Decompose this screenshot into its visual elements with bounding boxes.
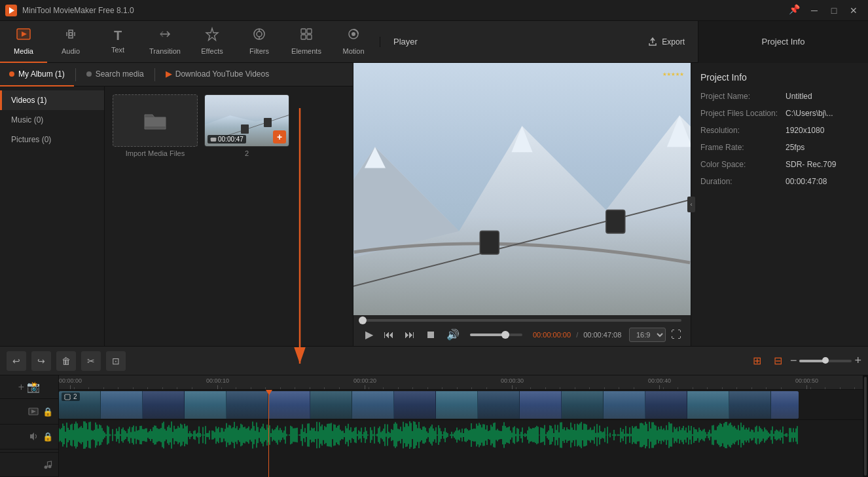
video-track-label: 🔒 bbox=[0, 399, 58, 424]
clip-thumbnail-13 bbox=[604, 391, 645, 419]
add-to-timeline-button[interactable]: + bbox=[273, 130, 286, 143]
toolbar-effects[interactable]: Effects bbox=[189, 21, 236, 63]
add-snapshot-icon[interactable]: 📸 bbox=[27, 381, 40, 393]
music-track-icon bbox=[43, 459, 53, 470]
zoom-in-button[interactable]: + bbox=[854, 354, 861, 368]
player-buttons: ▶ ⏮ ⏭ ⏹ 🔊 00:00:00:00 / 00:00:47:08 16:9… bbox=[363, 327, 681, 342]
toolbar-transition[interactable]: Transition bbox=[141, 21, 189, 63]
toolbar-filters[interactable]: Filters bbox=[236, 21, 283, 63]
volume-button[interactable]: 🔊 bbox=[444, 327, 462, 342]
skip-back-button[interactable]: ⏮ bbox=[381, 328, 397, 342]
collapse-panel-button[interactable]: ‹ bbox=[687, 197, 695, 212]
minimize-button[interactable]: ─ bbox=[805, 1, 823, 20]
undo-button[interactable]: ↩ bbox=[7, 351, 26, 371]
toolbar-elements[interactable]: Elements bbox=[283, 21, 330, 63]
ruler-minor-tick bbox=[781, 387, 782, 389]
stop-button[interactable]: ⏹ bbox=[423, 328, 439, 342]
timeline-ruler: 00:00:00 00:00:10 00:00:20 00:00:30 00:0… bbox=[59, 375, 863, 390]
track-labels: + 📸 🔒 🔒 bbox=[0, 375, 59, 477]
ruler-minor-tick bbox=[251, 387, 251, 389]
import-media-item[interactable]: Import Media Files bbox=[113, 94, 198, 157]
audio-track-icon bbox=[28, 431, 39, 442]
svg-point-5 bbox=[69, 33, 73, 36]
clip-thumbnail-7 bbox=[352, 391, 394, 419]
export-button[interactable]: Export bbox=[647, 37, 685, 47]
media-nav: My Album (1) Search media ▶ Download You… bbox=[0, 63, 353, 86]
toolbar-audio[interactable]: Audio bbox=[47, 21, 94, 63]
elements-icon bbox=[299, 27, 314, 45]
ruler-minor-tick bbox=[369, 387, 369, 389]
effects-label: Effects bbox=[201, 47, 223, 55]
sidebar-pictures[interactable]: Pictures (0) bbox=[0, 130, 104, 149]
timeline-content: + 📸 🔒 🔒 00:00:00 bbox=[0, 375, 868, 477]
add-track-icon[interactable]: + bbox=[18, 381, 24, 393]
ruler-minor-tick bbox=[486, 387, 487, 389]
video-media-item[interactable]: 00:00:47 + 2 bbox=[204, 94, 289, 157]
svg-rect-21 bbox=[210, 138, 211, 139]
aspect-ratio-select[interactable]: 16:9 4:3 1:1 9:16 bbox=[629, 328, 666, 342]
cut-button[interactable]: ✂ bbox=[81, 351, 101, 371]
audio-lock-icon[interactable]: 🔒 bbox=[43, 432, 53, 442]
ruler-minor-tick bbox=[398, 387, 399, 389]
video-label: 2 bbox=[245, 149, 249, 157]
pin-icon[interactable]: 📌 bbox=[785, 1, 804, 20]
ruler-minor-tick bbox=[545, 387, 546, 389]
zoom-slider[interactable] bbox=[799, 360, 852, 362]
ruler-minor-tick bbox=[295, 387, 295, 389]
app-logo bbox=[5, 5, 17, 16]
ruler-minor-tick bbox=[74, 387, 75, 389]
ruler-minor-tick bbox=[383, 387, 384, 389]
app-title: MiniTool MovieMaker Free 8.1.0 bbox=[22, 6, 785, 15]
timeline-tracks[interactable]: 00:00:00 00:00:10 00:00:20 00:00:30 00:0… bbox=[59, 375, 863, 477]
video-clip[interactable]: 2 document.addEventListener('DOMContentL… bbox=[59, 391, 799, 419]
toolbar-motion[interactable]: Motion bbox=[330, 21, 377, 63]
sidebar-videos[interactable]: Videos (1) bbox=[0, 90, 104, 110]
progress-bar[interactable] bbox=[363, 319, 681, 322]
colorspace-row: Color Space: SDR- Rec.709 bbox=[700, 160, 859, 169]
svg-rect-42 bbox=[64, 395, 65, 396]
delete-button[interactable]: 🗑 bbox=[56, 351, 76, 371]
ruler-minor-tick bbox=[280, 387, 281, 389]
fullscreen-button[interactable]: ⛶ bbox=[671, 329, 681, 341]
fit-button[interactable]: ⊟ bbox=[769, 352, 787, 370]
lock-icon[interactable]: 🔒 bbox=[43, 407, 53, 417]
close-button[interactable]: ✕ bbox=[844, 1, 863, 20]
ruler-minor-tick bbox=[236, 387, 236, 389]
elements-label: Elements bbox=[291, 47, 321, 55]
timeline-zoom: ⊞ ⊟ − + bbox=[748, 352, 861, 370]
ruler-minor-tick bbox=[427, 387, 428, 389]
redo-button[interactable]: ↪ bbox=[31, 351, 51, 371]
crop-button[interactable]: ⊡ bbox=[106, 351, 126, 371]
progress-indicator bbox=[359, 316, 367, 324]
timeline-scrollbar[interactable] bbox=[863, 375, 868, 477]
search-media-nav[interactable]: Search media bbox=[77, 63, 153, 86]
svg-rect-43 bbox=[64, 398, 65, 399]
ruler-minor-tick bbox=[678, 387, 678, 389]
toolbar-text[interactable]: T Text bbox=[94, 21, 141, 63]
skip-forward-button[interactable]: ⏭ bbox=[402, 328, 418, 342]
youtube-nav[interactable]: ▶ Download YouTube Videos bbox=[156, 63, 278, 86]
toolbar-media[interactable]: Media bbox=[0, 21, 47, 63]
audio-track-label: 🔒 bbox=[0, 425, 58, 449]
sidebar-music[interactable]: Music (0) bbox=[0, 110, 104, 130]
chevron-left-icon: ‹ bbox=[691, 201, 693, 208]
zoom-out-button[interactable]: − bbox=[790, 354, 797, 368]
project-info-button[interactable]: Project Info bbox=[698, 21, 868, 63]
toolbar: Media Audio T Text Transition Effects Fi… bbox=[0, 21, 868, 63]
play-button[interactable]: ▶ bbox=[363, 327, 376, 342]
framerate-row: Frame Rate: 25fps bbox=[700, 143, 859, 152]
my-album-nav[interactable]: My Album (1) bbox=[0, 63, 74, 86]
project-name-label: Project Name: bbox=[700, 92, 786, 101]
filters-label: Filters bbox=[249, 47, 269, 55]
project-location-value: C:\Users\bj\... bbox=[786, 109, 859, 118]
music-track-label bbox=[0, 452, 58, 477]
volume-slider[interactable] bbox=[470, 334, 522, 336]
snap-button[interactable]: ⊞ bbox=[748, 352, 767, 370]
maximize-button[interactable]: □ bbox=[825, 1, 843, 20]
player-video-inner: ★★★★★ bbox=[353, 63, 691, 315]
ruler-minor-tick bbox=[840, 387, 841, 389]
ruler-minor-tick bbox=[854, 387, 855, 389]
ruler-mark-40: 00:00:40 bbox=[648, 377, 671, 389]
nav-dot bbox=[9, 71, 14, 77]
ruler-mark-30: 00:00:30 bbox=[501, 377, 524, 389]
